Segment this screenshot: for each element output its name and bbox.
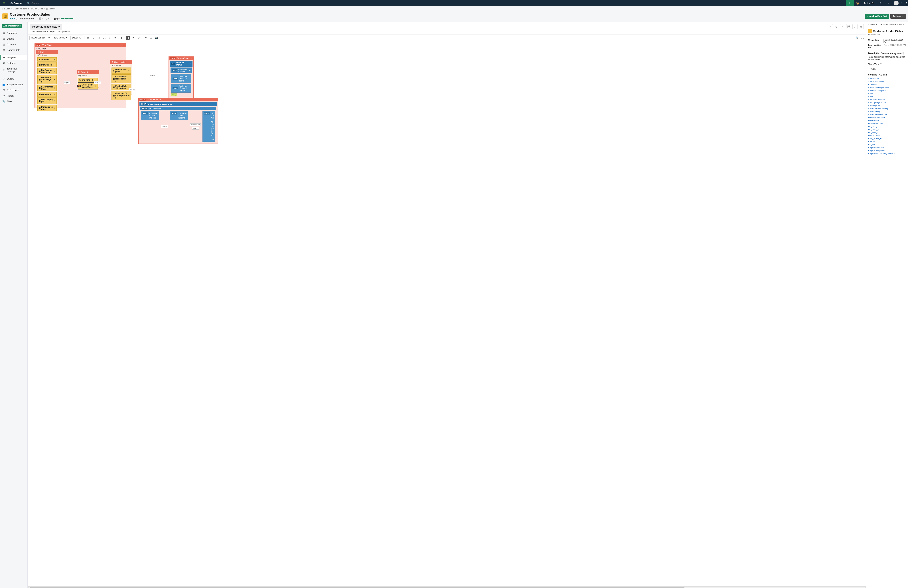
layout-right-icon[interactable]: ◨: [126, 36, 130, 40]
column-link[interactable]: ChineseDescription: [868, 89, 906, 92]
filter-icon[interactable]: ⧩: [131, 36, 135, 40]
table-row[interactable]: ▦DimGeography+: [37, 98, 57, 104]
delete-button[interactable]: 🗑: [859, 24, 864, 29]
layout-left-icon[interactable]: ◧: [120, 36, 124, 40]
expand-icon[interactable]: ⛶: [102, 36, 106, 40]
system-crm-cloud[interactable]: SYSCRM Cloud− 1. Very High 🗄Raw− SQL Ser…: [34, 43, 126, 108]
collapse-icon[interactable]: −: [189, 69, 190, 72]
column-link[interactable]: AddressLine2: [868, 77, 906, 80]
column-link[interactable]: EndDate: [868, 140, 906, 143]
breadcrumb-item[interactable]: ▤ Refined: [897, 23, 905, 26]
collapse-icon[interactable]: −: [123, 44, 125, 47]
edit-button[interactable]: ✎: [840, 24, 845, 29]
camera-icon[interactable]: 📷: [155, 36, 159, 40]
search-input[interactable]: [31, 2, 86, 5]
sidebar-item-summary[interactable]: ▤Summary: [0, 30, 27, 36]
breadcrumb-item[interactable]: ⌂ CRM Cloud: [883, 23, 894, 26]
column-link[interactable]: DT_ORD_2: [868, 128, 906, 131]
column-link[interactable]: DaysToManufacture: [868, 116, 906, 119]
expand-icon[interactable]: +: [55, 63, 56, 66]
tableau-workbook[interactable]: TWBCustomer Sales Insights+: [171, 74, 191, 83]
sidebar-item-references[interactable]: ⊡References: [0, 87, 27, 93]
sync-icon[interactable]: ⟳: [876, 0, 884, 6]
expand-icon[interactable]: +: [54, 87, 55, 89]
breadcrumb-item[interactable]: …: [878, 23, 880, 26]
pb-dashboard[interactable]: PBDHCustomer Churn Insights Dashboard: [203, 111, 215, 142]
expand-icon[interactable]: +: [54, 93, 55, 96]
expand-icon[interactable]: +: [188, 77, 190, 80]
trust-score[interactable]: 100%: [53, 17, 73, 20]
column-link[interactable]: DiscountAmount: [868, 122, 906, 125]
collapse-icon[interactable]: −: [191, 57, 192, 59]
sidebar-item-tech-lineage[interactable]: ♆Technical Lineage: [0, 66, 27, 74]
refresh-icon[interactable]: ⟳: [137, 36, 140, 40]
scope-select[interactable]: End-to-end▾: [53, 35, 69, 40]
close-icon[interactable]: ✕: [905, 26, 906, 28]
flow-context-select[interactable]: Flow / Context▾: [29, 35, 51, 40]
expand-icon[interactable]: +: [128, 94, 129, 97]
sidebar-item-columns[interactable]: ▥Columns: [0, 42, 27, 47]
asset-type[interactable]: Table i: [10, 18, 18, 20]
sidebar-item-history[interactable]: ↺History: [0, 93, 27, 98]
expand-icon[interactable]: +: [95, 85, 97, 87]
add-button[interactable]: [846, 0, 854, 6]
table-row[interactable]: ▦CustomerSalesReporting+: [111, 74, 131, 83]
scroll-right-icon[interactable]: ▶: [864, 586, 866, 588]
column-link[interactable]: EnglishProductCategoryName: [868, 152, 906, 155]
browse-button[interactable]: ◎ Browse: [8, 0, 25, 6]
column-link[interactable]: CountryRegionCode: [868, 101, 906, 104]
basket-icon[interactable]: 🧺: [854, 0, 862, 6]
scrollbar-horizontal[interactable]: ◀ ▶: [27, 586, 866, 588]
search-canvas-icon[interactable]: 🔍: [855, 36, 859, 40]
schema-refined[interactable]: 🗄Refined− SQL Server ⊞crm-refined− 📍▦Cus…: [77, 70, 99, 87]
scroll-left-icon[interactable]: ◀: [27, 586, 30, 588]
view-selector[interactable]: Report Lineage view ▾: [30, 24, 62, 30]
collapse-icon[interactable]: −: [55, 50, 57, 53]
column-link[interactable]: CarrierTrackingNumber: [868, 86, 906, 89]
schema-raw[interactable]: 🗄Raw− SQL Server ⊞crm-raw− ▦DimCustomer+…: [36, 50, 58, 107]
system-powerbi[interactable]: PBTNPower BI Tenant PBCTpresalespowerbir…: [138, 98, 218, 144]
table-row[interactable]: ▦DimProductSubcategory+: [37, 75, 57, 84]
collapse-icon[interactable]: −: [54, 58, 55, 61]
pb-report[interactable]: PBRTCustomer Churn Insights: [141, 111, 159, 120]
scroll-thumb[interactable]: [30, 587, 684, 588]
share-button[interactable]: ⤴: [852, 24, 858, 29]
sidebar-item-details[interactable]: ▤Details: [0, 36, 27, 42]
help-icon[interactable]: ?: [108, 36, 112, 40]
column-link[interactable]: BirthDate: [868, 83, 906, 86]
sidebar-item-sample-data[interactable]: ▦Sample data: [0, 47, 27, 53]
zoom-fit-icon[interactable]: 1:1: [97, 36, 101, 40]
avatar[interactable]: [894, 1, 898, 5]
sidebar-item-quality[interactable]: ♡Quality: [0, 76, 27, 82]
column-link[interactable]: DueDateKey: [868, 134, 906, 137]
info-icon[interactable]: i: [16, 18, 18, 20]
column-link[interactable]: CustomerAlternateKey: [868, 107, 906, 110]
system-tableau[interactable]: TSVRTableauServer− TSTProduct Demo− TPRJ…: [169, 56, 193, 98]
collapse-icon[interactable]: −: [129, 69, 129, 72]
table-row[interactable]: ▦FactInternetSales+: [37, 85, 57, 91]
fullscreen-icon[interactable]: ⛶: [860, 36, 865, 40]
column-link[interactable]: EnglishOccupation: [868, 149, 906, 152]
column-link[interactable]: Class: [868, 92, 906, 95]
schema-consumption[interactable]: 🗄Consumption− SQL Server ⊞crm-consumptio…: [110, 60, 132, 95]
column-link[interactable]: CommuteDistance: [868, 98, 906, 101]
db-crm-raw[interactable]: ⊞crm-raw−: [37, 57, 57, 61]
canvas[interactable]: SYSCRM Cloud− 1. Very High 🗄Raw− SQL Ser…: [27, 41, 866, 586]
expand-icon[interactable]: +: [128, 77, 129, 80]
apps-icon[interactable]: ⋮⋮⋮: [900, 0, 908, 6]
expand-icon[interactable]: +: [54, 70, 55, 72]
expand-icon[interactable]: +: [54, 78, 55, 81]
pb-capacity[interactable]: PBCTpresalespowerbiresource: [140, 102, 217, 106]
add-characteristic-button[interactable]: Add characteristic: [2, 24, 22, 28]
column-link[interactable]: DT_TGT_1: [868, 131, 906, 134]
zoom-in-icon[interactable]: ⊕: [86, 36, 90, 40]
settings-button[interactable]: ⚙: [834, 24, 839, 29]
expand-icon[interactable]: +: [54, 107, 55, 109]
zoom-out-icon[interactable]: ⊖: [91, 36, 95, 40]
pb-workspace[interactable]: PBWSProduct demo: [140, 107, 216, 110]
breadcrumb-item[interactable]: ⌂ 1.Data: [2, 8, 10, 10]
help-icon[interactable]: ？: [884, 0, 892, 6]
export-icon[interactable]: ⇲: [149, 36, 153, 40]
breadcrumb-item[interactable]: ⌂ CRM Cloud: [31, 8, 43, 10]
table-row[interactable]: ▦DimCustomer+: [37, 62, 57, 67]
